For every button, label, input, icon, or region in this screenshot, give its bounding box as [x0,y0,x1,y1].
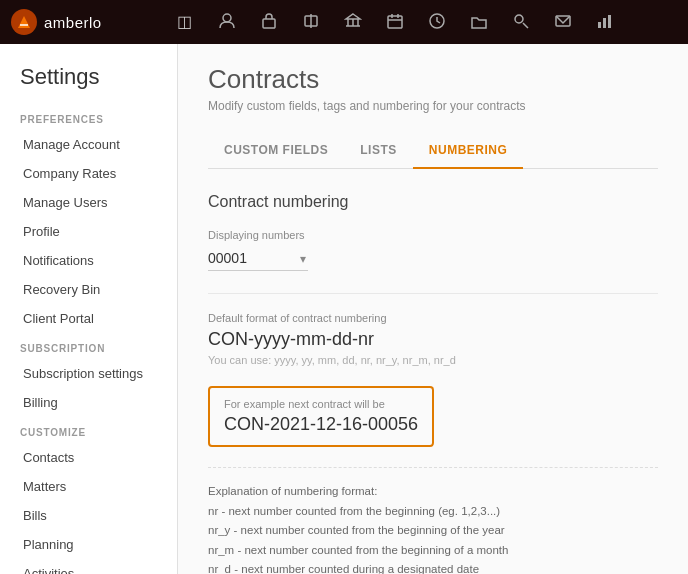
logo[interactable]: amberlo [10,8,102,36]
nav-folder-icon[interactable] [459,0,499,44]
explanation-line-3: nr_d - next number counted during a desi… [208,560,658,574]
sidebar-section-subscription: SUBSCRIPTION [0,333,177,359]
nav-briefcase-icon[interactable] [249,0,289,44]
sidebar-section-preferences: PREFERENCES [0,104,177,130]
default-format-value: CON-yyyy-mm-dd-nr [208,329,658,350]
nav-calendar-icon[interactable] [375,0,415,44]
tab-numbering[interactable]: NUMBERING [413,133,524,169]
sidebar-item-planning[interactable]: Planning [0,530,177,559]
svg-marker-5 [346,14,360,19]
svg-rect-18 [598,22,601,28]
sidebar: Settings PREFERENCES Manage Account Comp… [0,44,178,574]
sidebar-item-recovery-bin[interactable]: Recovery Bin [0,275,177,304]
explanation-line-2: nr_m - next number counted from the begi… [208,541,658,561]
displaying-numbers-wrapper: 00001 ▾ [208,246,308,271]
svg-point-15 [515,15,523,23]
svg-line-16 [523,23,528,28]
sidebar-item-contacts[interactable]: Contacts [0,443,177,472]
default-format-field: Default format of contract numbering CON… [208,312,658,366]
page-subtitle: Modify custom fields, tags and numbering… [208,99,658,113]
sidebar-title: Settings [0,64,177,104]
page-title: Contracts [208,64,658,95]
example-box-label: For example next contract will be [224,398,418,410]
sidebar-item-activities[interactable]: Activities [0,559,177,574]
displaying-numbers-select[interactable]: 00001 [208,246,308,271]
top-navigation: amberlo ◫ [0,0,688,44]
nav-icon-bar: ◫ [112,0,678,44]
sidebar-item-notifications[interactable]: Notifications [0,246,177,275]
tab-custom-fields[interactable]: CUSTOM FIELDS [208,133,344,169]
nav-search-person-icon[interactable] [501,0,541,44]
nav-mail-icon[interactable] [543,0,583,44]
logo-text: amberlo [44,14,102,31]
sidebar-item-bills[interactable]: Bills [0,501,177,530]
tabs-bar: CUSTOM FIELDS LISTS NUMBERING [208,133,658,169]
nav-chart-icon[interactable] [585,0,625,44]
svg-rect-19 [603,18,606,28]
sidebar-item-manage-account[interactable]: Manage Account [0,130,177,159]
svg-rect-10 [388,16,402,28]
nav-clock-icon[interactable] [417,0,457,44]
nav-bank-icon[interactable] [333,0,373,44]
displaying-numbers-label: Displaying numbers [208,229,658,241]
svg-rect-20 [608,15,611,28]
explanation-line-0: nr - next number counted from the beginn… [208,502,658,522]
tab-lists[interactable]: LISTS [344,133,413,169]
divider-1 [208,293,658,294]
sidebar-item-profile[interactable]: Profile [0,217,177,246]
explanation-title: Explanation of numbering format: [208,482,658,502]
nav-dollar-icon[interactable] [291,0,331,44]
sidebar-item-client-portal[interactable]: Client Portal [0,304,177,333]
contract-numbering-title: Contract numbering [208,193,658,211]
example-box: For example next contract will be CON-20… [208,386,434,447]
main-area: Settings PREFERENCES Manage Account Comp… [0,44,688,574]
sidebar-item-matters[interactable]: Matters [0,472,177,501]
svg-rect-2 [263,19,275,28]
explanation-section: Explanation of numbering format: nr - ne… [208,467,658,574]
svg-point-1 [223,14,231,22]
sidebar-section-customize: CUSTOMIZE [0,417,177,443]
nav-grid-icon[interactable]: ◫ [165,0,205,44]
default-format-label: Default format of contract numbering [208,312,658,324]
amberlo-logo-icon [10,8,38,36]
sidebar-item-manage-users[interactable]: Manage Users [0,188,177,217]
displaying-numbers-field: Displaying numbers 00001 ▾ [208,229,658,289]
example-box-value: CON-2021-12-16-00056 [224,414,418,435]
explanation-line-1: nr_y - next number counted from the begi… [208,521,658,541]
nav-person-icon[interactable] [207,0,247,44]
sidebar-item-subscription-settings[interactable]: Subscription settings [0,359,177,388]
sidebar-item-company-rates[interactable]: Company Rates [0,159,177,188]
page-content: Contracts Modify custom fields, tags and… [178,44,688,574]
sidebar-item-billing[interactable]: Billing [0,388,177,417]
format-hint: You can use: yyyy, yy, mm, dd, nr, nr_y,… [208,354,658,366]
